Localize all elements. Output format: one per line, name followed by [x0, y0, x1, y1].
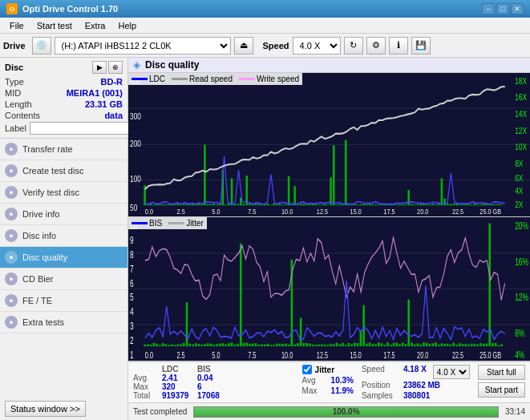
svg-rect-221	[348, 343, 350, 346]
jitter-checkbox[interactable]	[302, 365, 312, 374]
svg-rect-100	[431, 204, 434, 205]
svg-rect-163	[174, 345, 176, 346]
svg-rect-205	[300, 317, 302, 346]
avg-j-label: Avg	[302, 376, 328, 385]
nav-label-extra-tests: Extra tests	[22, 317, 64, 327]
svg-rect-258	[459, 343, 461, 346]
menu-extra[interactable]: Extra	[79, 19, 112, 32]
avg-jitter: 10.3%	[331, 376, 354, 385]
svg-rect-204	[297, 343, 299, 346]
svg-rect-35	[237, 204, 239, 205]
drive-select[interactable]: (H:) ATAPI iHBS112 2 CL0K	[55, 37, 231, 55]
svg-text:8X: 8X	[515, 159, 524, 168]
svg-rect-183	[234, 345, 237, 346]
disc-btn-1[interactable]: ▶	[92, 61, 107, 74]
svg-rect-166	[183, 343, 185, 346]
nav-label-create-test-disc: Create test disc	[22, 166, 83, 176]
data-table-area: LDC BIS Avg 2.41 0.04 Max 320 6 Total 91…	[128, 361, 530, 402]
type-value: BD-R	[101, 77, 123, 87]
svg-rect-14	[174, 204, 176, 205]
svg-text:17.5: 17.5	[383, 351, 394, 361]
maximize-button[interactable]: □	[496, 3, 509, 14]
svg-rect-90	[402, 204, 404, 206]
svg-text:7.5: 7.5	[248, 351, 256, 361]
nav-buttons: ●Transfer rate●Create test disc●Verify t…	[0, 139, 127, 333]
refresh-button[interactable]: ↻	[344, 37, 363, 55]
svg-rect-232	[381, 343, 383, 346]
svg-rect-260	[465, 344, 467, 346]
svg-rect-271	[498, 345, 500, 346]
nav-btn-cd-bier[interactable]: ●CD Bier	[0, 269, 127, 290]
start-full-button[interactable]: Start full	[478, 365, 525, 380]
svg-rect-195	[269, 345, 272, 346]
type-label: Type	[5, 77, 24, 87]
minimize-button[interactable]: −	[482, 3, 495, 14]
svg-text:17.5: 17.5	[383, 207, 394, 216]
eject-button[interactable]: ⏏	[234, 37, 253, 55]
svg-rect-113	[471, 204, 473, 205]
svg-rect-49	[279, 204, 281, 205]
svg-rect-206	[303, 343, 305, 346]
svg-rect-177	[216, 344, 218, 346]
svg-rect-173	[204, 344, 206, 346]
svg-rect-37	[243, 204, 245, 205]
nav-btn-verify-test-disc[interactable]: ●Verify test disc	[0, 182, 127, 204]
svg-rect-249	[431, 343, 434, 346]
start-part-button[interactable]: Start part	[478, 382, 525, 398]
svg-rect-264	[476, 345, 479, 346]
svg-text:4X: 4X	[515, 186, 524, 196]
status-text: Test completed	[133, 407, 187, 416]
speed-select[interactable]: 4.0 X	[293, 37, 341, 55]
svg-rect-120	[492, 204, 494, 205]
disc-btn-2[interactable]: ⊕	[108, 61, 123, 74]
svg-rect-194	[267, 344, 269, 346]
svg-rect-176	[212, 345, 215, 346]
nav-btn-extra-tests[interactable]: ●Extra tests	[0, 312, 127, 333]
nav-btn-transfer-rate[interactable]: ●Transfer rate	[0, 139, 127, 160]
max-jitter: 11.9%	[331, 386, 354, 395]
svg-rect-31	[225, 204, 227, 205]
info-button[interactable]: ℹ	[389, 37, 408, 55]
menu-file[interactable]: File	[3, 19, 30, 32]
svg-rect-46	[269, 204, 272, 205]
menu-start-test[interactable]: Start test	[30, 19, 79, 32]
nav-btn-disc-quality[interactable]: ●Disc quality	[0, 247, 127, 269]
svg-text:18X: 18X	[515, 76, 527, 86]
progress-percent: 100.0%	[194, 407, 498, 417]
svg-rect-262	[471, 344, 473, 346]
svg-rect-239	[402, 342, 404, 346]
svg-rect-229	[372, 344, 374, 346]
svg-rect-101	[435, 204, 437, 205]
nav-btn-fe-te[interactable]: ●FE / TE	[0, 290, 127, 312]
svg-rect-165	[180, 344, 182, 346]
nav-btn-disc-info[interactable]: ●Disc info	[0, 225, 127, 247]
label-input[interactable]	[30, 122, 136, 135]
svg-rect-230	[374, 344, 377, 346]
save-button[interactable]: 💾	[411, 37, 431, 55]
speed-select-stat[interactable]: 4.0 X	[433, 365, 470, 379]
svg-rect-227	[366, 344, 368, 346]
nav-btn-drive-info[interactable]: ●Drive info	[0, 204, 127, 225]
nav-icon-extra-tests: ●	[5, 316, 18, 329]
svg-rect-55	[297, 204, 299, 205]
svg-rect-56	[300, 204, 302, 205]
svg-rect-253	[443, 344, 446, 346]
svg-rect-109	[459, 204, 461, 205]
status-window-button[interactable]: Status window >>	[5, 401, 86, 417]
svg-text:0.0: 0.0	[145, 207, 153, 216]
svg-text:7.5: 7.5	[248, 207, 256, 216]
svg-rect-178	[219, 344, 221, 346]
svg-text:200: 200	[130, 139, 141, 148]
svg-rect-155	[150, 345, 152, 346]
svg-rect-199	[281, 344, 284, 346]
speed-label-stat: Speed	[362, 365, 400, 379]
nav-btn-create-test-disc[interactable]: ●Create test disc	[0, 160, 127, 182]
svg-rect-175	[210, 344, 212, 346]
nav-icon-fe-te: ●	[5, 294, 18, 307]
menu-help[interactable]: Help	[111, 19, 143, 32]
nav-label-drive-info: Drive info	[22, 209, 59, 219]
drive-icon-btn[interactable]: 💿	[32, 37, 51, 55]
close-button[interactable]: ✕	[511, 3, 524, 14]
svg-rect-94	[414, 204, 416, 205]
config-button[interactable]: ⚙	[366, 37, 386, 55]
